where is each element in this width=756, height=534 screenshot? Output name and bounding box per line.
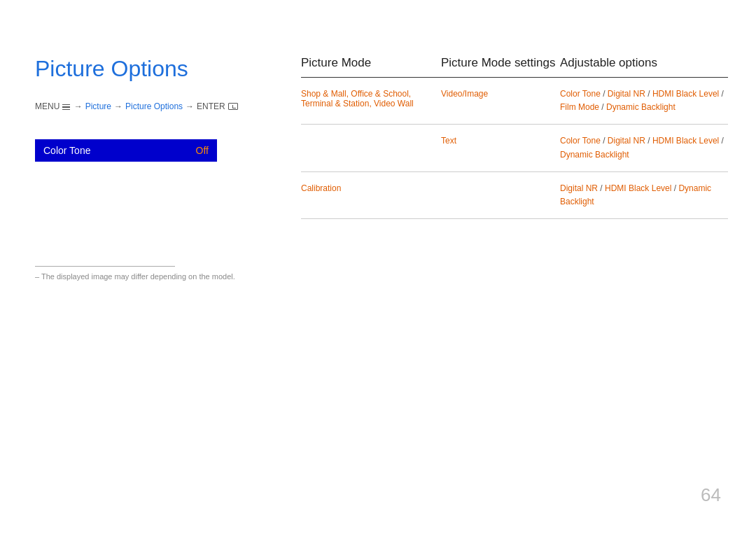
breadcrumb-enter: ENTER: [197, 101, 225, 111]
opt-hdmi-3: HDMI Black Level: [605, 183, 671, 193]
opt-sep-2b: /: [648, 136, 652, 146]
row3-settings: [441, 182, 560, 183]
col-header-options: Adjustable options: [560, 56, 728, 70]
enter-icon: [228, 103, 238, 110]
opt-sep-1b: /: [648, 89, 652, 99]
row3-mode-text: Calibration: [301, 183, 341, 193]
breadcrumb-sep1: →: [74, 101, 83, 111]
opt-hdmi-2: HDMI Black Level: [652, 136, 719, 146]
opt-film-1: Film Mode: [560, 102, 599, 112]
opt-dynamic-1: Dynamic Backlight: [606, 102, 676, 112]
table-body: Shop & Mall, Office & School, Terminal &…: [301, 78, 728, 219]
row1-options: Color Tone / Digital NR / HDMI Black Lev…: [560, 87, 728, 114]
row3-mode: Calibration: [301, 182, 441, 193]
opt-hdmi-1: HDMI Black Level: [652, 89, 719, 99]
color-tone-label: Color Tone: [43, 145, 90, 156]
row3-options: Digital NR / HDMI Black Level / Dynamic …: [560, 182, 728, 209]
row2-settings: Text: [441, 134, 560, 146]
page-number: 64: [701, 484, 721, 506]
row1-settings: Video/Image: [441, 87, 560, 99]
breadcrumb-sep2: →: [114, 101, 122, 111]
breadcrumb-link2: Picture Options: [125, 101, 183, 111]
row2-settings-text: Text: [441, 136, 456, 146]
table-row: Text Color Tone / Digital NR / HDMI Blac…: [301, 125, 728, 171]
row2-mode: [301, 134, 441, 136]
menu-icon: [62, 104, 70, 111]
breadcrumb-menu: MENU: [35, 101, 71, 111]
color-tone-value: Off: [196, 145, 209, 156]
opt-sep-1a: /: [603, 89, 608, 99]
color-tone-button[interactable]: Color Tone Off: [35, 139, 217, 162]
opt-sep-2a: /: [603, 136, 608, 146]
opt-digital-nr-1: Digital NR: [608, 89, 645, 99]
col-header-settings: Picture Mode settings: [441, 56, 560, 70]
col-header-mode: Picture Mode: [301, 56, 441, 70]
opt-color-tone-2: Color Tone: [560, 136, 601, 146]
row1-mode-text: Shop & Mall, Office & School, Terminal &…: [301, 89, 414, 108]
menu-text-label: MENU: [35, 101, 59, 111]
opt-dynamic-2: Dynamic Backlight: [560, 150, 629, 160]
table-row: Calibration Digital NR / HDMI Black Leve…: [301, 172, 728, 219]
opt-digital-nr-2: Digital NR: [608, 136, 645, 146]
breadcrumb-link1: Picture: [85, 101, 111, 111]
opt-digital-nr-3: Digital NR: [560, 183, 598, 193]
footnote-area: – The displayed image may differ dependi…: [35, 266, 245, 281]
footnote-text: – The displayed image may differ dependi…: [35, 272, 245, 281]
table-header: Picture Mode Picture Mode settings Adjus…: [301, 56, 728, 78]
left-panel: Picture Options MENU → Picture → Picture…: [35, 56, 259, 162]
opt-color-tone-1: Color Tone: [560, 89, 601, 99]
row1-mode: Shop & Mall, Office & School, Terminal &…: [301, 87, 441, 108]
footnote-divider: [35, 266, 175, 267]
page-title: Picture Options: [35, 56, 259, 82]
opt-sep-2c: /: [722, 136, 724, 146]
row2-options: Color Tone / Digital NR / HDMI Black Lev…: [560, 134, 728, 161]
breadcrumb: MENU → Picture → Picture Options → ENTER: [35, 101, 259, 111]
right-panel: Picture Mode Picture Mode settings Adjus…: [301, 56, 728, 219]
breadcrumb-sep3: →: [186, 101, 194, 111]
table-row: Shop & Mall, Office & School, Terminal &…: [301, 78, 728, 125]
opt-sep-1c: /: [722, 89, 724, 99]
row1-settings-text: Video/Image: [441, 89, 488, 99]
